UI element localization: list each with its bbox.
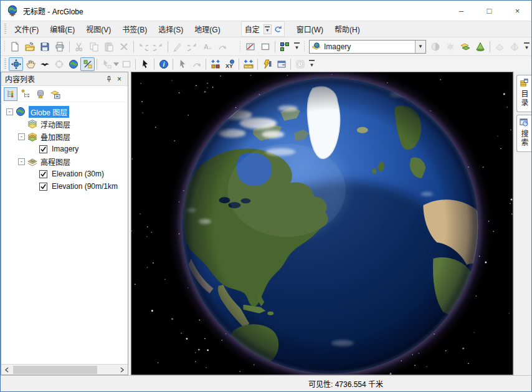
find-plus-icon: [211, 59, 221, 69]
toolbar-grip[interactable]: [304, 41, 305, 52]
globe-node-icon: [16, 107, 26, 117]
tab-search[interactable]: 搜索: [516, 115, 531, 152]
toolbar-overflow-1[interactable]: ▼: [292, 40, 302, 54]
toc-hscrollbar[interactable]: [1, 364, 128, 375]
maximize-button[interactable]: □: [475, 1, 503, 21]
menu-item-r0[interactable]: 窗口(W): [291, 21, 329, 37]
swipe-layer-button[interactable]: [243, 39, 258, 54]
layer-checkbox[interactable]: [39, 170, 47, 178]
area-frame-button[interactable]: [258, 39, 273, 54]
menu-item-l2[interactable]: 视图(V): [80, 21, 116, 37]
menu-item-l3[interactable]: 书签(B): [116, 21, 153, 37]
fly-button[interactable]: [37, 57, 52, 71]
new-button[interactable]: [7, 39, 22, 54]
menu-item-l4[interactable]: 选择(S): [153, 21, 189, 37]
navigation-mode-button[interactable]: [80, 57, 95, 71]
save-button[interactable]: [37, 39, 52, 54]
search-window-icon: [520, 118, 529, 127]
toc-tree-row[interactable]: Imagery: [1, 143, 128, 155]
toolbar-separator: [154, 59, 154, 70]
layer-label[interactable]: 高程图层: [40, 156, 70, 167]
layer-combo-value: Imagery: [321, 42, 415, 51]
toolbar-grip[interactable]: [4, 41, 5, 52]
viewer-window-button[interactable]: [274, 57, 288, 71]
html-popup-button[interactable]: [260, 57, 274, 71]
list-by-selection-button[interactable]: [49, 87, 62, 101]
list-by-drawing-order-button[interactable]: [4, 87, 17, 101]
menu-item-l0[interactable]: 文件(F): [9, 21, 44, 37]
scrollbar-thumb[interactable]: [13, 366, 97, 374]
toolbar-separator: [133, 41, 134, 52]
layer-label[interactable]: 浮动图层: [40, 119, 70, 130]
globe-viewport[interactable]: [131, 72, 513, 375]
toolbar-options-overflow[interactable]: ▼: [522, 40, 531, 54]
copy-pages-icon: [89, 42, 99, 52]
layer-checkbox[interactable]: [39, 183, 47, 191]
layer-checkbox[interactable]: [39, 145, 47, 153]
tree-expander-icon[interactable]: -: [18, 133, 25, 140]
undo-arrow-icon: [138, 42, 148, 52]
side-tab-strip: 目录搜索: [513, 72, 531, 375]
center-target-icon: [54, 59, 64, 69]
menu-item-l5[interactable]: 地理(G): [189, 21, 226, 37]
toolbar-grip[interactable]: [240, 41, 240, 52]
identify-button[interactable]: i: [156, 57, 171, 71]
navigate-button[interactable]: [9, 57, 23, 71]
customize-menu[interactable]: 自定: [243, 22, 262, 36]
combo-dropdown-icon[interactable]: ▼: [415, 41, 425, 53]
open-button[interactable]: [22, 39, 37, 54]
print-button[interactable]: [52, 39, 67, 54]
select-box-button: [119, 57, 133, 71]
svg-text:i: i: [163, 61, 164, 68]
toolbar-overflow-mini[interactable]: ▼: [264, 24, 272, 34]
menu-item-r1[interactable]: 帮助(H): [329, 21, 366, 37]
pan-hand-icon: [26, 59, 36, 69]
find-button[interactable]: [208, 57, 222, 71]
pan-button[interactable]: [23, 57, 37, 71]
toolbar-grip[interactable]: [4, 59, 6, 70]
scrollbar-track[interactable]: [12, 365, 117, 375]
arcglobe-logo-icon: [7, 5, 18, 16]
toc-tree-row[interactable]: -叠加图层: [1, 130, 128, 143]
vertical-exaggeration-button[interactable]: [473, 39, 488, 54]
rect-outline-icon: [121, 59, 131, 69]
full-extent-button[interactable]: [66, 57, 80, 71]
dropdown-caret-icon[interactable]: [113, 61, 119, 67]
printer-icon: [55, 42, 65, 52]
minimize-button[interactable]: –: [447, 1, 475, 21]
menu-item-l1[interactable]: 编辑(E): [44, 21, 80, 37]
layer-label[interactable]: 叠加图层: [40, 131, 70, 142]
swap-layers-button[interactable]: [458, 39, 473, 54]
list-by-source-button[interactable]: [19, 87, 32, 101]
redo-blue-icon[interactable]: [273, 24, 283, 34]
toc-tree-row[interactable]: -高程图层: [1, 155, 128, 168]
floating-customize-toolbar: 自定 ▼: [241, 21, 285, 37]
close-button[interactable]: ×: [503, 1, 531, 21]
layer-label[interactable]: Elevation (30m): [52, 170, 104, 178]
tab-catalog[interactable]: 目录: [516, 75, 531, 112]
go-to-xy-button[interactable]: XY: [222, 57, 237, 71]
layer-label[interactable]: Imagery: [52, 145, 78, 153]
tree-expander-icon[interactable]: -: [6, 108, 13, 115]
toc-tree-row[interactable]: 浮动图层: [1, 118, 128, 130]
scroll-left-icon[interactable]: [1, 365, 12, 375]
tree-expander-icon[interactable]: -: [18, 158, 25, 165]
toc-close-icon[interactable]: ×: [114, 74, 125, 84]
toc-tree-row[interactable]: Elevation (90m/1km: [1, 180, 128, 193]
toc-tree-row[interactable]: -Globe 图层: [1, 105, 128, 118]
zoom-percent-icon: [83, 59, 93, 69]
layer-combo[interactable]: Imagery▼: [309, 40, 426, 54]
save-floppy-icon: [40, 42, 50, 52]
layer-label[interactable]: Globe 图层: [29, 106, 69, 118]
layer-label[interactable]: Elevation (90m/1km: [52, 182, 118, 191]
pin-icon[interactable]: [103, 74, 114, 84]
delete-button: [116, 39, 131, 54]
measure-button[interactable]: [241, 57, 255, 71]
scroll-right-icon[interactable]: [117, 365, 128, 375]
tools-overflow[interactable]: ▼: [307, 57, 316, 71]
list-by-visibility-button[interactable]: [34, 87, 47, 101]
select-features-button[interactable]: [138, 57, 152, 71]
schematics-button[interactable]: [277, 39, 292, 54]
toc-tree-row[interactable]: Elevation (30m): [1, 168, 128, 180]
menu-grip[interactable]: [4, 24, 6, 35]
